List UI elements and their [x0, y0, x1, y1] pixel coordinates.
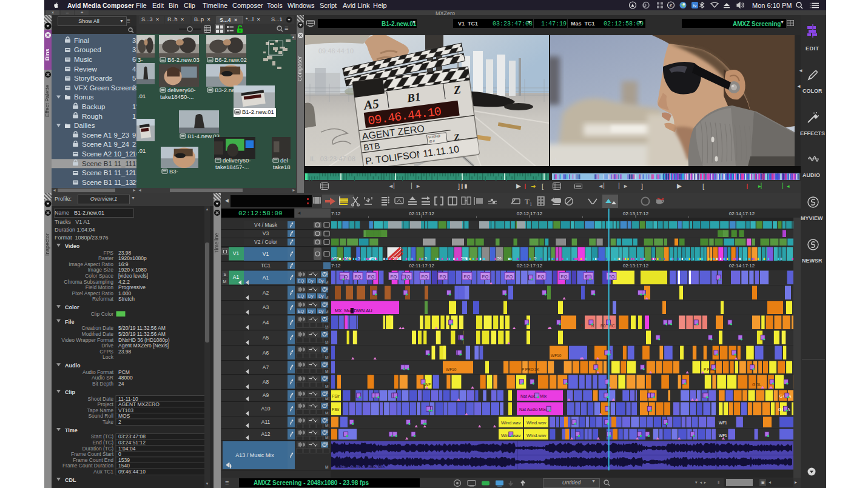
svg-text:PCM: PCM: [118, 369, 130, 375]
svg-text:take18450-...: take18450-...: [160, 93, 193, 100]
svg-text:B1: B1: [406, 90, 422, 105]
svg-text:S: S: [358, 256, 360, 260]
svg-text:MX_Mu█DWN.AU: MX_Mu█DWN.AU: [335, 308, 372, 314]
svg-text:2:: 2:: [132, 141, 136, 148]
svg-text:T₁: T₁: [525, 197, 532, 206]
svg-text:56: 56: [497, 256, 502, 260]
svg-text:EQ: EQ: [561, 274, 568, 279]
svg-text:Take: Take: [103, 419, 113, 425]
svg-text:Frame Count End: Frame Count End: [73, 457, 113, 463]
svg-text:A1: A1: [263, 275, 269, 281]
svg-text:V56: V56: [332, 256, 339, 260]
svg-text:Progressive: Progressive: [118, 284, 146, 290]
svg-text:M: M: [325, 411, 328, 415]
svg-text:EQ: EQ: [298, 294, 304, 299]
svg-text:Lock: Lock: [103, 354, 114, 360]
svg-text:EQ: EQ: [391, 274, 397, 279]
svg-text:?56: ?56: [370, 256, 377, 260]
svg-text:S: S: [224, 272, 227, 276]
svg-text:StoryBoards: StoryBoards: [74, 75, 113, 82]
svg-text:Nat Audio Mix: Nat Audio Mix: [520, 394, 547, 398]
svg-text:Frame Count Duration: Frame Count Duration: [62, 463, 113, 469]
svg-text:Start (TC): Start (TC): [91, 433, 113, 440]
svg-text:V4 / Mask: V4 / Mask: [254, 222, 278, 228]
svg-text:WF10: WF10: [551, 353, 562, 358]
svg-text:1540: 1540: [118, 463, 130, 469]
svg-text:9,: 9,: [132, 132, 136, 139]
svg-text:FPS: FPS: [103, 250, 113, 256]
svg-text:VFX Green Screens: VFX Green Screens: [74, 84, 136, 92]
svg-text:M: M: [223, 279, 227, 284]
svg-text:.01: .01: [138, 93, 146, 99]
svg-text:2ʹ: 2ʹ: [132, 84, 136, 92]
svg-text:File: File: [65, 319, 75, 325]
svg-text:VT103: VT103: [118, 407, 133, 413]
svg-text:1˙: 1˙: [132, 160, 136, 167]
svg-text:.01: .01: [138, 147, 146, 154]
svg-text:09:46:44:10: 09:46:44:10: [318, 47, 354, 55]
svg-text:Tape Name: Tape Name: [87, 407, 114, 413]
svg-text:EQ: EQ: [298, 279, 304, 284]
svg-text:FSir: FSir: [332, 407, 340, 412]
svg-text:1539: 1539: [118, 457, 130, 463]
svg-text:24: 24: [118, 381, 124, 387]
svg-text:09:46:44:10: 09:46:44:10: [118, 469, 146, 475]
svg-text:WF10: WF10: [446, 367, 457, 372]
svg-text:02:12:17:12: 02:12:17:12: [517, 263, 543, 269]
svg-text:A8: A8: [263, 379, 269, 385]
svg-text:M: M: [325, 396, 328, 401]
svg-text:M: M: [325, 340, 328, 344]
svg-text:S: S: [326, 316, 329, 320]
svg-text:[video levels]: [video levels]: [118, 273, 148, 279]
svg-text:B6-2.new.02: B6-2.new.02: [215, 56, 247, 63]
svg-text:FSir: FSir: [332, 394, 340, 398]
svg-text:1920 x 1080: 1920 x 1080: [118, 267, 147, 273]
svg-text:2: 2: [118, 419, 121, 425]
svg-text:B3-: B3-: [169, 168, 178, 175]
svg-text:€: €: [670, 3, 673, 8]
svg-text:EQ: EQ: [298, 309, 304, 314]
svg-text:take18457-...: take18457-...: [215, 164, 249, 170]
svg-text:Reformat: Reformat: [92, 296, 114, 302]
svg-text:DNxHD 36 (HD1080p): DNxHD 36 (HD1080p): [118, 337, 170, 343]
svg-text:3˙: 3˙: [132, 46, 136, 53]
svg-text:60: 60: [132, 56, 136, 63]
svg-text:delivery60-: delivery60-: [167, 87, 195, 93]
svg-text:23.98: 23.98: [118, 250, 132, 256]
svg-text:02:14:17:12: 02:14:17:12: [729, 263, 755, 269]
svg-text:Duration (TC): Duration (TC): [82, 446, 114, 452]
svg-text:V3: V3: [263, 230, 269, 236]
svg-text:02:13:17:12: 02:13:17:12: [623, 263, 649, 269]
svg-text:del: del: [280, 157, 288, 164]
svg-text:WF1: WF1: [719, 421, 727, 425]
svg-text:Image Aspect Ratio: Image Aspect Ratio: [69, 261, 113, 267]
svg-text:Music: Music: [74, 56, 92, 63]
svg-text:Wind.wav: Wind.wav: [527, 420, 547, 426]
svg-text:EQ: EQ: [355, 274, 362, 279]
svg-text:B6-2.new.03: B6-2.new.03: [167, 56, 200, 63]
svg-text:Color Space: Color Space: [85, 273, 113, 279]
svg-text:B1-2.new.01: B1-2.new.01: [242, 109, 274, 115]
svg-text:11-11-10: 11-11-10: [118, 396, 138, 402]
svg-text:Nat Audio Mixdo: Nat Audio Mixdo: [519, 407, 550, 412]
svg-text:7:12: 7:12: [331, 211, 341, 216]
svg-text:Dy: Dy: [318, 309, 324, 314]
svg-text:A6: A6: [263, 350, 269, 356]
svg-text:V1: V1: [263, 251, 269, 257]
svg-text:1.000: 1.000: [118, 290, 132, 296]
svg-text:Stretch: Stretch: [118, 296, 135, 302]
svg-text:EQ: EQ: [506, 274, 513, 279]
svg-text:Frame Count Start: Frame Count Start: [71, 451, 114, 457]
svg-text:S: S: [425, 256, 427, 260]
svg-text:WF1: WF1: [719, 433, 727, 438]
svg-text:Master Stereo Music Mix: Master Stereo Music Mix: [335, 464, 385, 469]
svg-text:R0: R0: [601, 324, 606, 328]
svg-text:A9: A9: [263, 392, 269, 398]
svg-text:03:24:51:12: 03:24:51:12: [118, 440, 146, 446]
svg-text:S: S: [326, 346, 329, 350]
svg-text:AGENT MXZERO: AGENT MXZERO: [118, 401, 160, 407]
svg-text:M: M: [325, 423, 328, 427]
svg-text:A3: A3: [263, 304, 269, 310]
svg-text:Z: Z: [453, 132, 460, 142]
svg-text:V1: V1: [233, 250, 240, 256]
